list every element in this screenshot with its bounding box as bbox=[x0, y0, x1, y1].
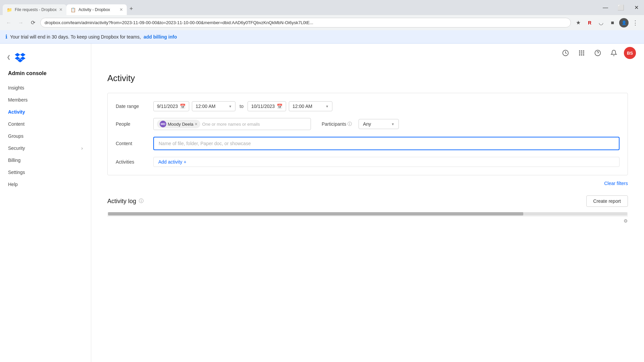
add-billing-link[interactable]: add billing info bbox=[144, 34, 177, 40]
activity-log-header: Activity log ⓘ Create report bbox=[107, 195, 628, 207]
clock-icon bbox=[562, 50, 569, 56]
sidebar-item-members[interactable]: Members bbox=[4, 94, 87, 106]
tab-close-2[interactable]: × bbox=[120, 7, 123, 12]
app-layout: ❮ Admin console Insights Members Activit… bbox=[0, 44, 644, 362]
sidebar-item-content[interactable]: Content bbox=[4, 118, 87, 130]
sidebar-item-insights-label: Insights bbox=[8, 85, 24, 90]
tag-remove-button[interactable]: × bbox=[195, 122, 198, 126]
activity-log-info-icon[interactable]: ⓘ bbox=[139, 198, 144, 204]
page-title: Activity bbox=[107, 73, 628, 83]
participants-arrow-icon: ▼ bbox=[391, 122, 394, 126]
security-chevron-icon: › bbox=[81, 145, 83, 151]
grid-icon bbox=[578, 50, 585, 56]
svg-rect-4 bbox=[579, 52, 580, 53]
scroll-thumb[interactable] bbox=[108, 212, 523, 216]
sidebar-item-help-label: Help bbox=[8, 182, 18, 187]
extensions-puzzle-button[interactable]: ◡ bbox=[596, 18, 606, 27]
add-activity-button[interactable]: Add activity + bbox=[153, 157, 620, 167]
sidebar-footer-privacy[interactable]: Privacy and legal bbox=[0, 361, 91, 362]
bell-icon-btn[interactable] bbox=[608, 47, 620, 59]
sidebar-item-groups[interactable]: Groups bbox=[4, 130, 87, 142]
time-end-select[interactable]: 12:00 AM ▼ bbox=[289, 101, 332, 111]
bookmark-button[interactable]: ★ bbox=[574, 18, 583, 27]
create-report-button[interactable]: Create report bbox=[586, 195, 628, 207]
content-row: Content bbox=[116, 137, 620, 150]
info-icon: ℹ bbox=[5, 34, 7, 40]
gear-icon-row: ⚙ bbox=[107, 217, 628, 224]
user-avatar[interactable]: BS bbox=[624, 47, 636, 59]
clear-filters-button[interactable]: Clear filters bbox=[604, 181, 628, 186]
people-tag-avatar: MD bbox=[160, 121, 166, 127]
admin-console-title: Admin console bbox=[0, 68, 91, 82]
svg-rect-2 bbox=[581, 51, 582, 52]
sidebar-item-security-label: Security bbox=[8, 145, 25, 151]
date-start-input[interactable]: 9/11/2023 📅 bbox=[153, 101, 189, 111]
back-button[interactable]: ← bbox=[4, 18, 13, 27]
people-tag-name: Moody Deela bbox=[168, 122, 194, 127]
scroll-track bbox=[108, 212, 627, 216]
tab-close-1[interactable]: × bbox=[59, 7, 62, 12]
clear-filters-row: Clear filters bbox=[107, 175, 628, 186]
sidebar-item-security[interactable]: Security › bbox=[4, 142, 87, 154]
trial-banner: ℹ Your trial will end in 30 days. To kee… bbox=[0, 30, 644, 44]
svg-rect-6 bbox=[583, 52, 584, 53]
extensions-button[interactable]: R bbox=[585, 18, 594, 27]
time-start-arrow-icon: ▼ bbox=[228, 105, 232, 108]
time-start-select[interactable]: 12:00 AM ▼ bbox=[192, 101, 235, 111]
address-input[interactable] bbox=[40, 18, 571, 27]
sidebar-item-insights[interactable]: Insights bbox=[4, 82, 87, 94]
sidebar-header: ❮ bbox=[0, 44, 91, 68]
sidebar: ❮ Admin console Insights Members Activit… bbox=[0, 44, 91, 362]
activity-log-title: Activity log ⓘ bbox=[107, 198, 144, 205]
browser-profile-avatar[interactable]: 👤 bbox=[619, 18, 629, 27]
people-input-placeholder: One or more names or emails bbox=[202, 122, 260, 127]
content-input[interactable] bbox=[153, 137, 620, 150]
close-button[interactable]: ✕ bbox=[629, 2, 644, 13]
participants-label: Participants ⓘ bbox=[322, 121, 352, 127]
add-activity-label: Add activity + bbox=[158, 159, 186, 165]
activities-row: Activities Add activity + bbox=[116, 157, 620, 167]
new-tab-button[interactable]: + bbox=[127, 3, 136, 15]
time-end-arrow-icon: ▼ bbox=[325, 105, 329, 108]
tab-activity[interactable]: 📋 Activity - Dropbox × bbox=[66, 4, 127, 15]
app-topbar: BS bbox=[91, 44, 644, 62]
svg-rect-3 bbox=[583, 51, 584, 52]
date-end-value: 10/11/2023 bbox=[251, 104, 275, 109]
maximize-button[interactable]: ⬜ bbox=[613, 2, 629, 13]
profile-button[interactable]: ■ bbox=[608, 18, 617, 27]
tab-label-1: File requests - Dropbox bbox=[15, 7, 57, 12]
people-input-area[interactable]: MD Moody Deela × One or more names or em… bbox=[153, 118, 311, 130]
participants-select[interactable]: Any ▼ bbox=[359, 119, 399, 129]
to-label: to bbox=[238, 104, 245, 109]
reload-button[interactable]: ⟳ bbox=[28, 18, 38, 27]
gear-icon-button[interactable]: ⚙ bbox=[624, 218, 628, 224]
grid-icon-btn[interactable] bbox=[576, 47, 588, 59]
date-range-inputs: 9/11/2023 📅 12:00 AM ▼ to 10/11/2023 📅 bbox=[153, 101, 332, 111]
sidebar-item-help[interactable]: Help bbox=[4, 178, 87, 190]
sidebar-item-billing-label: Billing bbox=[8, 158, 20, 163]
sidebar-item-settings[interactable]: Settings bbox=[4, 166, 87, 178]
svg-rect-9 bbox=[583, 54, 584, 55]
participants-value: Any bbox=[363, 121, 371, 127]
minimize-button[interactable]: — bbox=[598, 2, 613, 13]
recent-activity-icon-btn[interactable] bbox=[559, 47, 572, 59]
sidebar-item-activity[interactable]: Activity bbox=[4, 106, 87, 118]
participants-info-icon[interactable]: ⓘ bbox=[347, 121, 352, 127]
calendar-end-icon: 📅 bbox=[277, 104, 282, 109]
date-end-input[interactable]: 10/11/2023 📅 bbox=[248, 101, 286, 111]
svg-rect-8 bbox=[581, 54, 582, 55]
svg-rect-7 bbox=[579, 54, 580, 55]
forward-button[interactable]: → bbox=[16, 18, 25, 27]
sidebar-item-members-label: Members bbox=[8, 97, 28, 103]
tab-file-requests[interactable]: 📁 File requests - Dropbox × bbox=[3, 4, 66, 15]
scroll-bar-area bbox=[107, 212, 628, 217]
sidebar-back-icon[interactable]: ❮ bbox=[7, 54, 11, 60]
bell-icon bbox=[610, 50, 617, 56]
content-inner: Activity Date range 9/11/2023 📅 12:00 AM… bbox=[91, 62, 644, 234]
svg-rect-1 bbox=[579, 51, 580, 52]
sidebar-item-settings-label: Settings bbox=[8, 170, 25, 175]
sidebar-item-billing[interactable]: Billing bbox=[4, 154, 87, 166]
menu-button[interactable]: ⋮ bbox=[631, 18, 640, 27]
help-icon-btn[interactable] bbox=[592, 47, 604, 59]
address-bar: ← → ⟳ ★ R ◡ ■ 👤 ⋮ bbox=[0, 15, 644, 30]
